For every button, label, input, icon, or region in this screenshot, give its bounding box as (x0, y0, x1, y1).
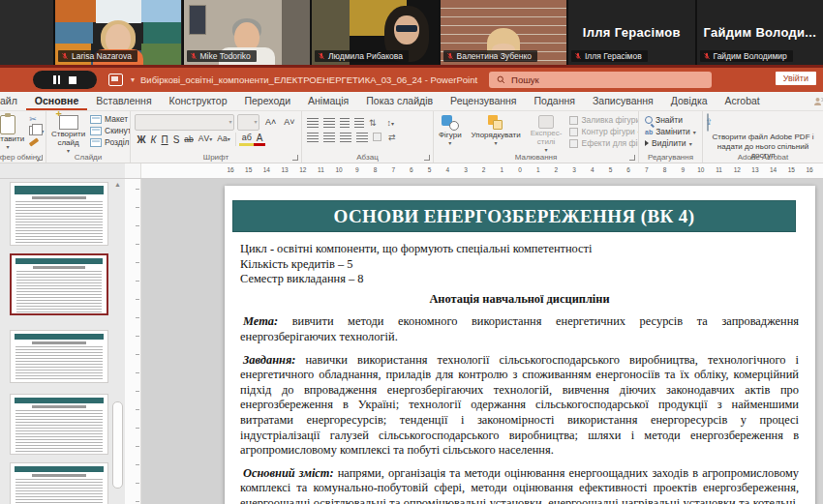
shape-fill-button[interactable]: Заливка фігури▾ (569, 115, 639, 125)
ruler-number: 13 (279, 166, 290, 173)
decrease-indent-icon[interactable] (340, 118, 350, 128)
adobe-pdf-icon (707, 113, 709, 132)
section-icon (90, 138, 102, 147)
change-case-button[interactable]: Аа▾ (215, 132, 233, 147)
format-painter-icon (29, 137, 39, 146)
shape-fill-icon (569, 116, 578, 125)
line-spacing-icon[interactable]: ⇅ (369, 118, 377, 128)
bullets-icon[interactable] (307, 118, 319, 128)
muted-mic-icon (318, 52, 325, 60)
search-box[interactable]: Пошук (489, 72, 712, 88)
thumbnail-scrollbar[interactable] (112, 401, 123, 489)
shrink-font-button[interactable]: А˅ (282, 115, 297, 130)
convert-smartart-icon[interactable]: ⇄ (388, 133, 396, 142)
font-group: А˄ А˅ Ж К П S ab АV▾ Аа▾ аб А Шрифт (131, 111, 302, 163)
video-strip-spacer (0, 0, 53, 65)
sign-in-button[interactable]: Увійти (776, 72, 816, 85)
text-direction-icon[interactable]: ↕▾ (387, 118, 395, 128)
main-area: ▲ ОСНОВИ ЕНЕРГОЗБЕРЕЖЕННЯ (ВК 4) Цикл - … (0, 179, 823, 504)
editing-group-label: Редагування (639, 153, 702, 162)
ribbon-tab-row: Файл Основне Вставлення Конструктор Пере… (0, 92, 823, 111)
underline-button[interactable]: П (159, 133, 170, 147)
ruler-number: 9 (351, 166, 363, 173)
format-painter-button[interactable] (29, 137, 44, 144)
ruler-number: 14 (768, 166, 779, 173)
section-button[interactable]: Розділ▾ (90, 137, 131, 147)
quick-access-toolbar-caret[interactable]: ▾ (131, 75, 135, 84)
highlight-color-button[interactable]: аб (239, 133, 254, 146)
tab-recording[interactable]: Записування (584, 92, 662, 110)
layout-button[interactable]: Макет▾ (90, 114, 131, 124)
font-dialog-launcher[interactable] (292, 155, 298, 161)
participant-tile-mike[interactable]: Mike Todoriko (184, 0, 311, 65)
replace-button[interactable]: abЗамінити▾ (645, 127, 702, 136)
stop-recording-button[interactable] (69, 76, 76, 84)
reset-button[interactable]: Скинути (90, 126, 131, 135)
paragraph-dialog-launcher[interactable] (424, 155, 430, 161)
participant-tile-liudmyla[interactable]: Людмила Рибакова (312, 0, 439, 65)
slide-body[interactable]: Цикл - освітні компоненти, що формують с… (240, 242, 799, 504)
tab-transitions[interactable]: Переходи (235, 92, 299, 110)
strikethrough-button[interactable]: ab (182, 133, 196, 147)
font-color-button[interactable]: А (254, 133, 265, 146)
find-button[interactable]: Знайти (645, 115, 702, 125)
participant-tile-larisa[interactable]: Larisa Nazarova (55, 0, 182, 65)
italic-button[interactable]: К (148, 133, 159, 147)
participant-tile-valentyna[interactable]: Валентина Зубенко (441, 0, 567, 65)
font-name-combo[interactable] (135, 114, 234, 131)
shape-outline-button[interactable]: Контур фігури▾ (569, 127, 639, 136)
justify-icon[interactable] (356, 133, 368, 142)
align-center-icon[interactable] (323, 133, 335, 142)
slide-thumbnail-1[interactable] (10, 182, 108, 246)
slide-thumbnail-2-selected[interactable] (10, 253, 108, 315)
tab-review[interactable]: Рецензування (442, 92, 525, 110)
align-left-icon[interactable] (307, 133, 319, 142)
participant-name: Людмила Рибакова (328, 51, 403, 61)
slide-thumbnail-panel: ▲ (0, 179, 125, 504)
drawing-dialog-launcher[interactable] (629, 155, 635, 161)
scroll-up-arrow[interactable]: ▲ (114, 181, 121, 188)
ruler-number: 15 (785, 166, 797, 173)
shape-effects-button[interactable]: Ефекти для фігур▾ (569, 138, 639, 148)
tab-file[interactable]: Файл (0, 92, 26, 110)
text-shadow-button[interactable]: S (170, 133, 182, 147)
search-icon (497, 75, 505, 84)
font-size-combo[interactable] (237, 114, 259, 131)
participant-name-tag: Валентина Зубенко (443, 50, 537, 62)
columns-icon[interactable] (373, 133, 381, 141)
tab-view[interactable]: Подання (526, 92, 584, 110)
cut-button[interactable]: ✂ (29, 114, 44, 124)
participant-name-tag: Mike Todoriko (187, 50, 257, 62)
tab-design[interactable]: Конструктор (161, 92, 236, 110)
muted-mic-icon (574, 52, 582, 60)
slide-thumbnail-4[interactable] (10, 394, 108, 455)
numbering-icon[interactable] (323, 118, 335, 128)
participant-tile-illia[interactable]: Ілля Герасімов Ілля Герасімов (568, 0, 695, 65)
participant-name: Гайдим Володимир (714, 51, 787, 61)
tab-home[interactable]: Основне (26, 92, 87, 110)
share-icon[interactable] (812, 96, 823, 107)
tab-animations[interactable]: Анімація (299, 92, 357, 110)
increase-indent-icon[interactable] (354, 118, 364, 128)
participant-tile-haidym[interactable]: Гайдим Володи... Гайдим Володимир (697, 0, 823, 65)
tab-acrobat[interactable]: Acrobat (716, 92, 769, 110)
shape-outline-icon (569, 128, 578, 136)
drawing-group-label: Малювання (434, 153, 638, 162)
slide-title-banner[interactable]: ОСНОВИ ЕНЕРГОЗБЕРЕЖЕННЯ (ВК 4) (232, 200, 796, 232)
clipboard-dialog-launcher[interactable] (37, 155, 43, 161)
slide-editor[interactable]: ОСНОВИ ЕНЕРГОЗБЕРЕЖЕННЯ (ВК 4) Цикл - ос… (225, 186, 815, 504)
select-button[interactable]: Виділити▾ (645, 138, 702, 148)
align-right-icon[interactable] (340, 133, 351, 142)
tab-slideshow[interactable]: Показ слайдів (357, 92, 442, 110)
pause-recording-button[interactable] (53, 75, 60, 84)
slide-thumbnail-5[interactable] (10, 462, 108, 504)
ruler-number: 16 (225, 166, 236, 173)
character-spacing-button[interactable]: АV▾ (196, 132, 214, 147)
tab-help[interactable]: Довідка (662, 92, 716, 110)
copy-button[interactable]: ▾ (29, 126, 44, 135)
tab-insert[interactable]: Вставлення (87, 92, 160, 110)
grow-font-button[interactable]: А˄ (262, 115, 278, 130)
bold-button[interactable]: Ж (135, 133, 148, 147)
slide-thumbnail-3[interactable] (10, 330, 108, 383)
editing-group: Знайти abЗамінити▾ Виділити▾ Редагування (639, 111, 703, 163)
